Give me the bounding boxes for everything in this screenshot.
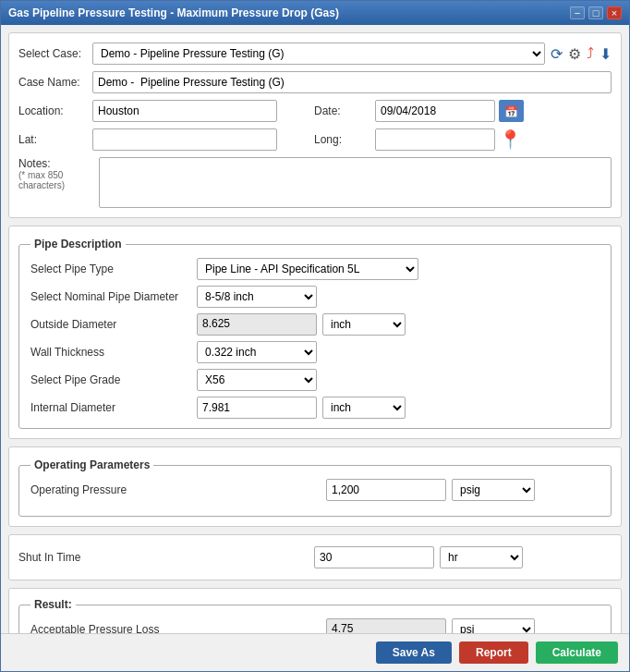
map-pin-icon[interactable]: 📍 — [499, 128, 522, 151]
shut-in-row: Shut In Time hr — [18, 541, 612, 574]
result-legend: Result: — [30, 598, 76, 611]
nominal-diameter-select[interactable]: 8-5/8 inch — [197, 286, 317, 308]
date-label: Date: — [314, 104, 370, 117]
select-case-label: Select Case: — [18, 47, 92, 60]
outside-diameter-row: Outside Diameter 8.625 inch — [30, 313, 600, 336]
pipe-grade-select[interactable]: X56 — [197, 369, 317, 391]
result-fieldset: Result: Acceptable Pressure Loss 4.75 ps… — [18, 598, 612, 633]
operating-pressure-row: Operating Pressure psig — [30, 479, 600, 501]
save-as-button[interactable]: Save As — [376, 641, 452, 664]
pipe-type-row: Select Pipe Type Pipe Line - API Specifi… — [30, 258, 600, 280]
notes-textarea[interactable] — [99, 157, 612, 208]
case-info-section: Select Case: Demo - Pipeline Pressure Te… — [8, 32, 622, 218]
pipe-type-select[interactable]: Pipe Line - API Specification 5L — [197, 258, 418, 280]
pipe-grade-row: Select Pipe Grade X56 — [30, 369, 600, 391]
long-label: Long: — [314, 133, 370, 146]
shut-in-input[interactable] — [314, 546, 434, 568]
bottom-toolbar: Save As Report Calculate — [1, 633, 629, 671]
internal-diameter-input[interactable] — [197, 397, 317, 419]
share-icon[interactable]: ⤴ — [587, 45, 594, 62]
internal-diameter-label: Internal Diameter — [30, 401, 197, 414]
operating-legend: Operating Parameters — [30, 458, 153, 471]
notes-label-wrap: Notes: (* max 850 characters) — [18, 157, 99, 190]
select-case-row: Select Case: Demo - Pipeline Pressure Te… — [18, 43, 612, 65]
pipe-grade-label: Select Pipe Grade — [30, 373, 197, 386]
nominal-diameter-label: Select Nominal Pipe Diameter — [30, 290, 197, 303]
download-icon[interactable]: ⬇ — [600, 45, 612, 63]
wall-thickness-row: Wall Thickness 0.322 inch — [30, 341, 600, 363]
refresh-icon[interactable]: ⟳ — [551, 45, 563, 63]
notes-row: Notes: (* max 850 characters) — [18, 157, 612, 208]
notes-sub: (* max 850 characters) — [18, 170, 99, 190]
wall-thickness-select[interactable]: 0.322 inch — [197, 341, 317, 363]
lat-input[interactable] — [92, 128, 277, 151]
notes-label: Notes: — [18, 157, 99, 170]
location-date-row: Location: Date: 📅 — [18, 100, 612, 122]
select-case-wrap: Demo - Pipeline Pressure Testing (G) ⟳ ⚙… — [92, 43, 612, 65]
select-case-dropdown[interactable]: Demo - Pipeline Pressure Testing (G) — [92, 43, 545, 65]
internal-diameter-unit-select[interactable]: inch — [322, 397, 406, 419]
outside-diameter-label: Outside Diameter — [30, 318, 197, 331]
case-name-row: Case Name: — [18, 71, 612, 93]
date-input[interactable] — [375, 100, 495, 122]
internal-diameter-row: Internal Diameter inch — [30, 397, 600, 419]
shut-in-unit-select[interactable]: hr — [440, 546, 523, 568]
action-icons: ⟳ ⚙ ⤴ ⬇ — [551, 45, 612, 63]
case-name-label: Case Name: — [18, 76, 92, 89]
pressure-loss-label: Acceptable Pressure Loss — [30, 623, 326, 633]
close-button[interactable]: × — [607, 6, 622, 19]
pipe-fieldset: Pipe Description Select Pipe Type Pipe L… — [18, 238, 612, 429]
pipe-description-section: Pipe Description Select Pipe Type Pipe L… — [8, 226, 622, 439]
gear-icon[interactable]: ⚙ — [568, 45, 581, 63]
window-controls: − □ × — [570, 6, 622, 19]
operating-parameters-section: Operating Parameters Operating Pressure … — [8, 446, 622, 527]
calculate-button[interactable]: Calculate — [536, 641, 618, 664]
pipe-type-label: Select Pipe Type — [30, 263, 197, 275]
pressure-loss-value: 4.75 — [326, 618, 446, 633]
long-input[interactable] — [375, 128, 495, 151]
operating-pressure-input[interactable] — [326, 479, 446, 501]
operating-pressure-label: Operating Pressure — [30, 483, 326, 496]
pipe-legend: Pipe Description — [30, 238, 126, 250]
main-content: Select Case: Demo - Pipeline Pressure Te… — [1, 25, 629, 633]
minimize-button[interactable]: − — [570, 6, 585, 19]
pressure-unit-select[interactable]: psig — [452, 479, 535, 501]
location-label: Location: — [18, 104, 92, 117]
nominal-diameter-row: Select Nominal Pipe Diameter 8-5/8 inch — [30, 286, 600, 308]
pressure-loss-unit-select[interactable]: psi — [452, 618, 535, 633]
wall-thickness-label: Wall Thickness — [30, 346, 197, 359]
outside-diameter-unit-select[interactable]: inch — [322, 313, 406, 336]
main-window: Gas Pipeline Pressure Testing - Maximum … — [0, 0, 630, 672]
lat-long-row: Lat: Long: 📍 — [18, 128, 612, 151]
shut-in-section: Shut In Time hr — [8, 534, 622, 580]
window-title: Gas Pipeline Pressure Testing - Maximum … — [8, 6, 339, 19]
result-section: Result: Acceptable Pressure Loss 4.75 ps… — [8, 588, 622, 633]
case-name-input[interactable] — [92, 71, 612, 93]
titlebar: Gas Pipeline Pressure Testing - Maximum … — [1, 1, 629, 25]
maximize-button[interactable]: □ — [588, 6, 603, 19]
lat-label: Lat: — [18, 133, 92, 146]
report-button[interactable]: Report — [459, 641, 528, 664]
operating-fieldset: Operating Parameters Operating Pressure … — [18, 458, 612, 517]
outside-diameter-value: 8.625 — [197, 313, 317, 336]
calendar-icon: 📅 — [504, 105, 518, 118]
calendar-button[interactable]: 📅 — [499, 100, 524, 122]
pressure-loss-row: Acceptable Pressure Loss 4.75 psi — [30, 618, 600, 633]
location-input[interactable] — [92, 100, 277, 122]
shut-in-label: Shut In Time — [18, 551, 314, 564]
